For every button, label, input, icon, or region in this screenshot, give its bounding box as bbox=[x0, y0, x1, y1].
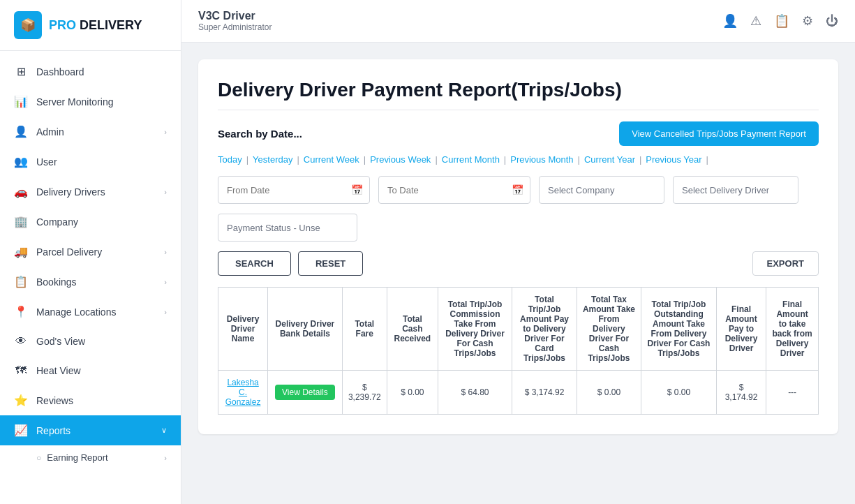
heat-view-icon: 🗺 bbox=[14, 364, 28, 377]
header-icons: 👤 ⚠ 📋 ⚙ ⏻ bbox=[722, 13, 838, 29]
col-header-final-take: Final Amount to take back from Delivery … bbox=[766, 288, 819, 371]
view-cancelled-button[interactable]: View Cancelled Trips/Jobs Payment Report bbox=[619, 121, 819, 146]
sidebar-item-delivery-drivers[interactable]: 🚗 Delivery Drivers › bbox=[0, 177, 181, 207]
sidebar-item-gods-view[interactable]: 👁 God's View bbox=[0, 327, 181, 356]
filter-previous-year[interactable]: Previous Year bbox=[646, 154, 701, 165]
final-pay-cell: $ 3,174.92 bbox=[716, 371, 766, 415]
view-details-badge[interactable]: View Details bbox=[275, 385, 335, 400]
filter-yesterday[interactable]: Yesterday bbox=[253, 154, 292, 165]
sidebar-item-heat-view[interactable]: 🗺 Heat View bbox=[0, 356, 181, 385]
sidebar-item-user[interactable]: 👥 User bbox=[0, 147, 181, 177]
chevron-right-icon: › bbox=[164, 248, 167, 256]
payment-status-row: Payment Status - Unse bbox=[218, 214, 819, 242]
header: V3C Driver Super Administrator 👤 ⚠ 📋 ⚙ ⏻ bbox=[181, 0, 855, 43]
delivery-driver-select[interactable]: Select Delivery Driver bbox=[673, 176, 798, 204]
col-header-driver-name: Delivery Driver Name bbox=[218, 288, 268, 371]
sidebar-item-label: Company bbox=[36, 216, 78, 228]
sidebar-item-label: Dashboard bbox=[36, 66, 84, 77]
sidebar-item-reports[interactable]: 📈 Reports ∨ bbox=[0, 415, 181, 445]
company-icon: 🏢 bbox=[14, 215, 28, 228]
filter-today[interactable]: Today bbox=[218, 154, 242, 165]
col-header-final-pay: Final Amount Pay to Delivery Driver bbox=[716, 288, 766, 371]
col-header-total-fare: Total Fare bbox=[342, 288, 387, 371]
sidebar-item-earning-report[interactable]: ○ Earning Report › bbox=[0, 445, 181, 470]
to-date-input[interactable] bbox=[378, 176, 530, 204]
filter-current-year[interactable]: Current Year bbox=[584, 154, 635, 165]
action-buttons-row: SEARCH RESET EXPORT bbox=[218, 251, 819, 276]
alert-icon[interactable]: ⚠ bbox=[750, 13, 761, 29]
sidebar-item-bookings[interactable]: 📋 Bookings › bbox=[0, 267, 181, 297]
sidebar-item-label: Parcel Delivery bbox=[36, 246, 102, 258]
from-date-wrapper: 📅 bbox=[218, 176, 370, 204]
sidebar-item-manage-locations[interactable]: 📍 Manage Locations › bbox=[0, 297, 181, 327]
content-area: Delivery Driver Payment Report(Trips/Job… bbox=[181, 43, 855, 504]
sidebar-item-dashboard[interactable]: ⊞ Dashboard bbox=[0, 57, 181, 87]
filter-previous-week[interactable]: Previous Week bbox=[370, 154, 431, 165]
sidebar-item-admin[interactable]: 👤 Admin › bbox=[0, 117, 181, 147]
export-button[interactable]: EXPORT bbox=[752, 251, 819, 276]
logo-text: PRO DELIVERY bbox=[49, 18, 142, 33]
col-header-bank-details: Delivery Driver Bank Details bbox=[268, 288, 343, 371]
tax-amount-cell: $ 0.00 bbox=[577, 371, 641, 415]
company-select[interactable]: Select Company bbox=[539, 176, 664, 204]
logo-suffix: DELIVERY bbox=[80, 18, 142, 32]
company-select-wrapper: Select Company bbox=[539, 176, 664, 204]
sidebar-item-label: Delivery Drivers bbox=[36, 186, 105, 198]
header-driver-name: V3C Driver bbox=[198, 10, 272, 22]
admin-icon: 👤 bbox=[14, 125, 28, 138]
filter-row: 📅 📅 Select Company Select Delivery Drive bbox=[218, 176, 819, 204]
sidebar-logo: 📦 PRO DELIVERY bbox=[0, 0, 181, 51]
sidebar-item-reviews[interactable]: ⭐ Reviews bbox=[0, 385, 181, 415]
dashboard-icon: ⊞ bbox=[14, 65, 28, 78]
sidebar-item-label: Reviews bbox=[36, 395, 73, 406]
card-amount-cell: $ 3,174.92 bbox=[512, 371, 577, 415]
server-monitoring-icon: 📊 bbox=[14, 95, 28, 108]
header-info: V3C Driver Super Administrator bbox=[198, 10, 272, 32]
driver-name-link[interactable]: Lakesha C. Gonzalez bbox=[225, 378, 261, 407]
search-section: Search by Date... View Cancelled Trips/J… bbox=[218, 121, 819, 415]
sidebar-item-label: God's View bbox=[36, 336, 85, 347]
date-filters: Today | Yesterday | Current Week | Previ… bbox=[218, 154, 819, 165]
chevron-right-icon: › bbox=[164, 188, 167, 196]
chevron-right-icon: › bbox=[164, 278, 167, 286]
report-table: Delivery Driver Name Delivery Driver Ban… bbox=[218, 287, 819, 415]
total-cash-cell: $ 0.00 bbox=[387, 371, 438, 415]
filter-current-month[interactable]: Current Month bbox=[442, 154, 500, 165]
search-by-date-label: Search by Date... bbox=[218, 128, 302, 140]
driver-select-wrapper: Select Delivery Driver bbox=[673, 176, 798, 204]
col-header-outstanding: Total Trip/Job Outstanding Amount Take F… bbox=[641, 288, 717, 371]
reset-button[interactable]: RESET bbox=[298, 251, 363, 276]
sidebar-item-company[interactable]: 🏢 Company bbox=[0, 207, 181, 237]
clipboard-icon[interactable]: 📋 bbox=[774, 13, 789, 29]
power-icon[interactable]: ⏻ bbox=[826, 14, 838, 29]
sidebar-item-parcel-delivery[interactable]: 🚚 Parcel Delivery › bbox=[0, 237, 181, 267]
btn-left-group: SEARCH RESET bbox=[218, 251, 363, 276]
page-title: Delivery Driver Payment Report(Trips/Job… bbox=[218, 79, 819, 110]
filter-previous-month[interactable]: Previous Month bbox=[510, 154, 573, 165]
chevron-right-icon: › bbox=[164, 128, 167, 136]
from-date-input[interactable] bbox=[218, 176, 370, 204]
search-button[interactable]: SEARCH bbox=[218, 251, 291, 276]
sidebar-item-label: Reports bbox=[36, 425, 70, 436]
sidebar-item-server-monitoring[interactable]: 📊 Server Monitoring bbox=[0, 87, 181, 117]
page-card: Delivery Driver Payment Report(Trips/Job… bbox=[198, 59, 838, 434]
calendar-icon: 📅 bbox=[512, 184, 523, 195]
gear-icon[interactable]: ⚙ bbox=[802, 13, 813, 29]
col-header-tax: Total Tax Amount Take From Delivery Driv… bbox=[577, 288, 641, 371]
user-profile-icon[interactable]: 👤 bbox=[722, 13, 738, 29]
filter-current-week[interactable]: Current Week bbox=[304, 154, 359, 165]
sidebar-item-label: Server Monitoring bbox=[36, 96, 114, 108]
chevron-right-icon: › bbox=[164, 454, 167, 462]
reviews-icon: ⭐ bbox=[14, 394, 28, 407]
sidebar: 📦 PRO DELIVERY ⊞ Dashboard 📊 Server Moni… bbox=[0, 0, 181, 504]
table-wrapper: Delivery Driver Name Delivery Driver Ban… bbox=[218, 287, 819, 415]
sidebar-item-label: Manage Locations bbox=[36, 306, 116, 318]
sidebar-item-label: Admin bbox=[36, 126, 64, 138]
commission-cell: $ 64.80 bbox=[438, 371, 512, 415]
calendar-icon: 📅 bbox=[351, 184, 363, 195]
parcel-delivery-icon: 🚚 bbox=[14, 245, 28, 258]
reports-icon: 📈 bbox=[14, 424, 28, 437]
gods-view-icon: 👁 bbox=[14, 335, 28, 348]
payment-status-select[interactable]: Payment Status - Unse bbox=[218, 214, 357, 242]
sidebar-item-label: Heat View bbox=[36, 365, 81, 376]
